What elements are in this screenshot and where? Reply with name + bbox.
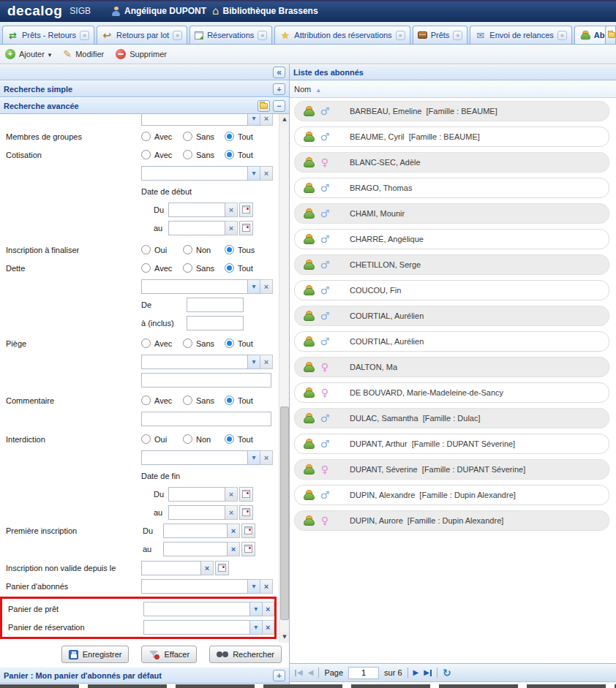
radio-option[interactable]: Avec (141, 339, 183, 348)
subscriber-row[interactable]: COURTIAL, Aurélien (294, 306, 609, 326)
tab-envoi-de-relances[interactable]: Envoi de relances (470, 26, 571, 44)
last-page-button[interactable] (424, 669, 432, 676)
radio-option[interactable]: Tout (225, 132, 266, 141)
radio-button[interactable] (225, 150, 234, 159)
radio-button[interactable] (141, 245, 151, 254)
radio-button[interactable] (183, 150, 192, 159)
radio-option[interactable]: Sans (183, 132, 225, 141)
radio-button[interactable] (225, 132, 234, 141)
radio-button[interactable] (225, 263, 234, 273)
clear-field-icon[interactable] (260, 166, 273, 181)
combo-input[interactable] (143, 620, 250, 635)
date-input[interactable] (163, 523, 228, 538)
subscriber-row[interactable]: BARBEAU, Emeline [Famille : BEAUME] (294, 101, 609, 121)
radio-option[interactable]: Avec (141, 396, 183, 405)
tab-attribution-des-reservations[interactable]: Attribution des réservations (274, 26, 410, 44)
save-button[interactable]: Enregistrer (61, 646, 129, 663)
subscriber-row[interactable]: CHAMI, Mounir (294, 203, 609, 224)
radio-option[interactable]: Non (183, 434, 225, 444)
subscriber-row[interactable]: COUCOU, Fin (294, 280, 609, 300)
delete-button[interactable]: Supprimer (116, 49, 167, 59)
radio-button[interactable] (141, 434, 151, 444)
add-button[interactable]: Ajouter (5, 49, 51, 59)
combo-input[interactable] (141, 579, 248, 594)
subscriber-row[interactable]: DULAC, Samantha [Famille : Dulac] (294, 408, 609, 428)
basket-header[interactable]: Panier : Mon panier d'abonnés par défaut (0, 667, 289, 684)
subscriber-row[interactable]: DUPIN, Alexandre [Famille : Dupin Alexan… (294, 485, 609, 505)
radio-option[interactable]: Sans (183, 263, 225, 273)
combo-dropdown-icon[interactable] (248, 355, 260, 369)
clear-field-icon[interactable] (225, 203, 238, 217)
form-scrollbar[interactable] (279, 114, 289, 643)
radio-button[interactable] (141, 396, 151, 405)
radio-option[interactable]: Sans (183, 396, 225, 405)
radio-button[interactable] (183, 132, 192, 141)
radio-option[interactable]: Tout (225, 263, 266, 273)
search-button[interactable]: Rechercher (209, 646, 282, 663)
date-input[interactable] (168, 487, 225, 502)
clear-field-icon[interactable] (260, 279, 273, 294)
calendar-icon[interactable] (215, 561, 229, 575)
advanced-search-header[interactable]: Recherche avancée (0, 97, 289, 114)
column-header-nom[interactable]: Nom (290, 80, 616, 98)
radio-button[interactable] (141, 150, 151, 159)
clear-field-icon[interactable] (225, 505, 238, 520)
radio-button[interactable] (225, 396, 234, 405)
clear-field-icon[interactable] (225, 221, 238, 235)
tab-retours-par-lot[interactable]: Retours par lot (97, 26, 187, 44)
combo-input[interactable] (141, 166, 248, 181)
radio-option[interactable]: Oui (141, 245, 183, 254)
expand-simple-search-button[interactable] (273, 83, 285, 95)
subscriber-row[interactable]: DUPANT, Séverine [Famille : DUPANT Séver… (294, 459, 609, 480)
first-page-button[interactable] (295, 669, 303, 676)
combo-input[interactable] (141, 279, 248, 294)
radio-button[interactable] (183, 396, 192, 405)
tab-prets[interactable]: Prêts (413, 26, 468, 44)
subscriber-row[interactable]: BLANC-SEC, Adèle (294, 152, 609, 173)
scrollbar-thumb[interactable] (280, 407, 289, 620)
scroll-up-icon[interactable] (279, 114, 289, 125)
combo-dropdown-icon[interactable] (250, 602, 263, 616)
combo-input[interactable] (143, 602, 250, 616)
next-page-button[interactable] (413, 669, 419, 676)
radio-button[interactable] (225, 245, 234, 254)
radio-option[interactable]: Sans (183, 150, 225, 159)
combo-input[interactable] (141, 114, 248, 126)
radio-option[interactable]: Avec (141, 132, 183, 141)
clear-field-icon[interactable] (225, 487, 238, 502)
radio-option[interactable]: Tous (225, 245, 266, 254)
combo-dropdown-icon[interactable] (248, 279, 260, 294)
clear-field-icon[interactable] (260, 355, 273, 369)
calendar-icon[interactable] (241, 523, 255, 538)
expand-basket-button[interactable] (273, 670, 285, 681)
date-input[interactable] (168, 505, 225, 520)
clear-field-icon[interactable] (260, 579, 273, 594)
tab-close-icon[interactable] (396, 31, 405, 40)
tab-reservations[interactable]: Réservations (189, 26, 272, 44)
clear-field-icon[interactable] (260, 114, 273, 126)
number-input[interactable] (187, 298, 244, 312)
clear-button[interactable]: Effacer (141, 646, 197, 663)
current-library[interactable]: ⌂ Bibliothèque Brassens (212, 6, 318, 17)
current-user[interactable]: Angélique DUPONT (111, 6, 206, 16)
radio-button[interactable] (183, 434, 192, 444)
radio-option[interactable]: Sans (183, 339, 225, 348)
subscriber-row[interactable]: BEAUME, Cyril [Famille : BEAUME] (294, 126, 609, 147)
subscriber-row[interactable]: DALTON, Ma (294, 357, 609, 377)
combo-dropdown-icon[interactable] (248, 579, 260, 594)
collapse-advanced-search-button[interactable] (273, 100, 285, 112)
tab-close-icon[interactable] (80, 31, 89, 40)
subscriber-row[interactable]: CHETILLON, Serge (294, 254, 609, 275)
calendar-icon[interactable] (239, 505, 253, 520)
combo-input[interactable] (141, 355, 248, 369)
page-number-input[interactable] (348, 667, 379, 679)
calendar-icon[interactable] (239, 203, 253, 217)
radio-option[interactable]: Tout (225, 150, 266, 159)
radio-button[interactable] (141, 339, 151, 348)
radio-option[interactable]: Tout (225, 339, 266, 348)
radio-option[interactable]: Tout (225, 434, 266, 444)
date-input[interactable] (168, 221, 225, 235)
number-input[interactable] (187, 316, 244, 330)
clear-field-icon[interactable] (263, 620, 275, 635)
radio-button[interactable] (225, 434, 234, 444)
